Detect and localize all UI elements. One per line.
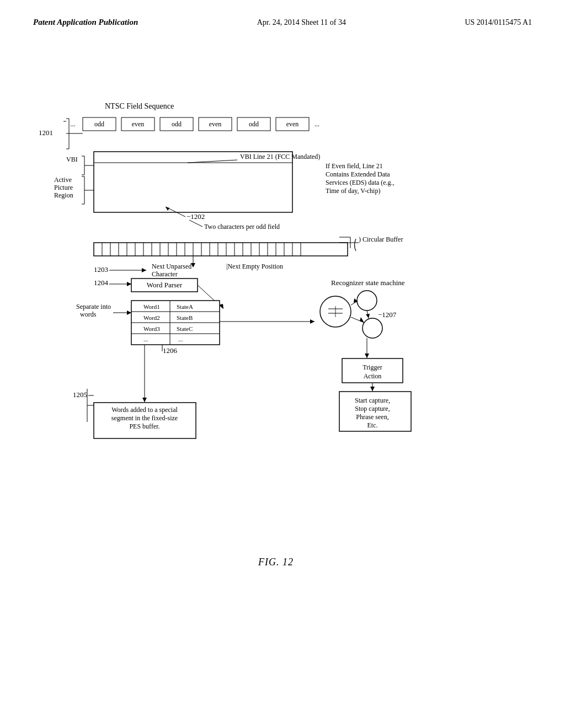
active-label-2: Picture [54,184,73,191]
active-label-3: Region [54,191,73,199]
words-added-3: PES buffer. [129,422,159,430]
recognizer-circle-3 [363,318,382,338]
even-box-3: even [286,120,299,128]
if-even-3: Services (EDS) data (e.g., [326,179,395,186]
if-even-1: If Even field, Line 21 [326,162,383,170]
ref-1207: −1207 [378,311,397,319]
svg-marker-48 [142,268,146,272]
separate-2: words [80,311,97,318]
ref-1202: −1202 [186,212,205,221]
even-box-1: even [132,120,145,128]
next-empty-label: |Next Empty Position [226,263,283,270]
patent-number-label: US 2014/0115475 A1 [465,18,532,27]
trigger-label-2: Action [364,372,382,380]
word3-label: Word3 [143,325,160,332]
even-box-2: even [209,120,222,128]
separate-1: Separate into [76,303,111,311]
odd-box-1: odd [94,120,104,128]
svg-rect-10 [94,152,292,212]
svg-marker-79 [142,398,147,402]
recognizer-label: Recognizer state machine [331,279,405,287]
table-ellipsis-1: ... [143,336,148,342]
svg-marker-76 [370,387,375,391]
circular-buffer-label: ) Circular Buffer [359,235,403,243]
table-ellipsis-2: ... [178,336,183,342]
ellipsis-left: ... [71,120,76,128]
svg-rect-16 [94,243,348,256]
start-capture-4: Etc. [367,421,378,429]
stateB-label: StateB [177,314,193,321]
diagram-container: NTSC Field Sequence 1201 odd even odd ev… [33,88,519,585]
ref-1206: 1206 [163,346,178,355]
fig-12-diagram: NTSC Field Sequence 1201 odd even odd ev… [33,88,519,585]
svg-marker-74 [365,354,369,358]
active-label-1: Active [54,176,72,184]
words-added-1: Words added to a special [111,406,178,414]
svg-marker-70 [360,317,364,323]
trigger-label-1: Trigger [363,363,382,371]
svg-line-15 [189,220,202,227]
ref-1201: 1201 [39,129,53,137]
if-even-2: Contains Extended Data [326,170,390,178]
next-unparsed-1: Next Unparsed [152,263,191,270]
patent-publication-label: Patent Application Publication [33,18,138,27]
svg-marker-55 [127,311,131,315]
ref-1205: 1205 [73,390,87,399]
odd-box-2: odd [172,120,182,128]
ellipsis-right: ... [315,120,319,128]
start-capture-1: Start capture, [355,397,390,404]
ref-1204: 1204 [94,279,109,287]
two-chars-label: Two characters per odd field [204,223,280,231]
words-added-2: segment in the fixed-size [111,414,178,422]
word1-label: Word1 [143,303,160,310]
word2-label: Word2 [143,314,160,321]
next-unparsed-2: Character [152,270,178,278]
stateC-label: StateC [177,325,193,332]
odd-box-3: odd [249,120,259,128]
date-sheet-label: Apr. 24, 2014 Sheet 11 of 34 [257,18,346,27]
ntsc-title: NTSC Field Sequence [105,102,174,110]
svg-marker-50 [127,282,131,286]
svg-marker-72 [366,314,370,318]
page-header: Patent Application Publication Apr. 24, … [0,0,565,27]
word-parser-label: Word Parser [147,281,183,289]
start-capture-3: Phrase seen, [356,413,388,421]
if-even-4: Time of day, V-chip) [326,187,380,195]
recognizer-circle-2 [357,291,377,311]
vbi-line-21-label: VBI Line 21 (FCC Mandated) [240,153,320,160]
svg-marker-63 [310,319,315,324]
ref-1203: 1203 [94,265,108,274]
stateA-label: StateA [177,303,193,310]
vbi-label: VBI [66,156,78,163]
fig-label: FIG. 12 [258,556,294,568]
start-capture-2: Stop capture, [355,405,390,413]
